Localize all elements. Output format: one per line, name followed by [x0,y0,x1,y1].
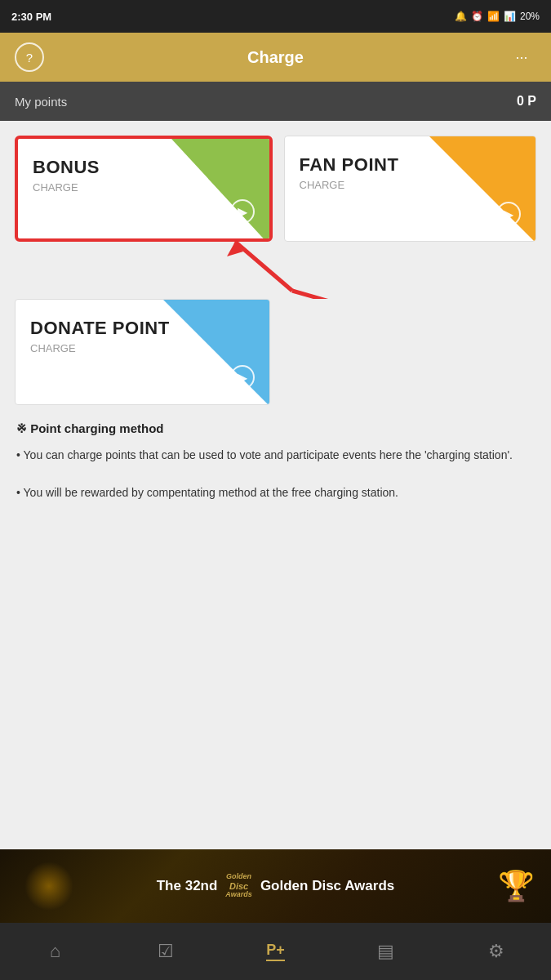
trophy-icon: 🏆 [498,869,535,903]
banner-glow [24,862,73,911]
bonus-title: BONUS [33,157,100,178]
info-section: ※ Point charging method • You can charge… [15,416,536,502]
bottom-nav: ⌂ ☑ P+ ▤ ⚙ [0,923,551,980]
bonus-triangle [171,139,269,242]
header: ? Charge ··· [0,33,551,82]
svg-line-2 [292,291,349,299]
info-text: • You can charge points that can be used… [16,446,535,502]
donate-card-text: DONATE POINT CHARGE [30,318,170,354]
bottom-cards-row: DONATE POINT CHARGE ▶ [15,299,536,405]
fan-triangle [429,136,535,242]
status-bar: 2:30 PM 🔔 ⏰ 📶 📊 20% [0,0,551,33]
annotation-layer [15,250,536,291]
fan-card-text: FAN POINT CHARGE [300,154,399,191]
bonus-card[interactable]: BONUS CHARGE ▶ [15,136,273,242]
banner-text-area: The 32nd Golden Disc Awards Golden Disc … [157,873,395,899]
info-line-2: • You will be rewarded by compentating m… [16,486,398,499]
page-title: Charge [247,48,304,67]
help-button[interactable]: ? [15,42,44,72]
fan-card[interactable]: FAN POINT CHARGE ▶ [284,136,537,242]
banner-prefix: The 32nd [157,878,218,894]
gear-icon: ⚙ [488,941,504,962]
alarm-icon: ⏰ [471,11,483,22]
svg-line-0 [235,242,292,291]
donate-subtitle: CHARGE [30,342,170,354]
nav-points[interactable]: P+ [251,942,300,961]
my-points-value: 0 P [517,94,536,109]
bonus-arrow: ▶ [230,199,255,224]
help-icon: ? [26,51,33,65]
banner-logo-awards: Awards [225,891,252,899]
donate-title: DONATE POINT [30,318,170,339]
list-icon: ▤ [377,941,394,962]
top-cards-row: BONUS CHARGE ▶ FAN POINT CHARGE ▶ [15,136,536,242]
nav-check[interactable]: ☑ [141,941,190,962]
banner-logo-golden: Golden [226,873,251,881]
donate-card[interactable]: DONATE POINT CHARGE ▶ [15,299,270,405]
banner[interactable]: The 32nd Golden Disc Awards Golden Disc … [0,849,551,923]
nav-list[interactable]: ▤ [362,941,411,962]
red-arrow-annotation [211,234,374,299]
info-line-1: • You can charge points that can be used… [16,448,513,461]
bonus-card-text: BONUS CHARGE [33,157,100,194]
signal-icon: 📊 [504,11,516,22]
battery-icon: 20% [520,11,540,22]
home-icon: ⌂ [50,941,60,962]
message-button[interactable]: ··· [507,42,536,72]
check-icon: ☑ [158,941,174,962]
banner-suffix: Golden Disc Awards [260,878,394,894]
donate-triangle [163,300,269,405]
mute-icon: 🔔 [455,11,467,22]
my-points-label: My points [15,95,67,109]
points-icon: P+ [266,942,285,961]
status-icons: 🔔 ⏰ 📶 📊 20% [455,11,540,22]
info-title: ※ Point charging method [16,421,535,436]
fan-title: FAN POINT [300,154,399,176]
nav-home[interactable]: ⌂ [31,941,80,962]
banner-logo: Golden Disc Awards [225,873,252,899]
fan-subtitle: CHARGE [300,179,399,191]
wifi-icon: 📶 [487,11,500,22]
main-content: BONUS CHARGE ▶ FAN POINT CHARGE ▶ [0,121,551,849]
message-icon: ··· [515,49,527,66]
fan-arrow: ▶ [496,202,521,226]
status-time: 2:30 PM [11,11,51,23]
bonus-subtitle: CHARGE [33,181,100,194]
nav-settings[interactable]: ⚙ [472,941,521,962]
my-points-bar: My points 0 P [0,82,551,121]
svg-marker-1 [227,242,243,256]
donate-arrow: ▶ [230,365,255,390]
